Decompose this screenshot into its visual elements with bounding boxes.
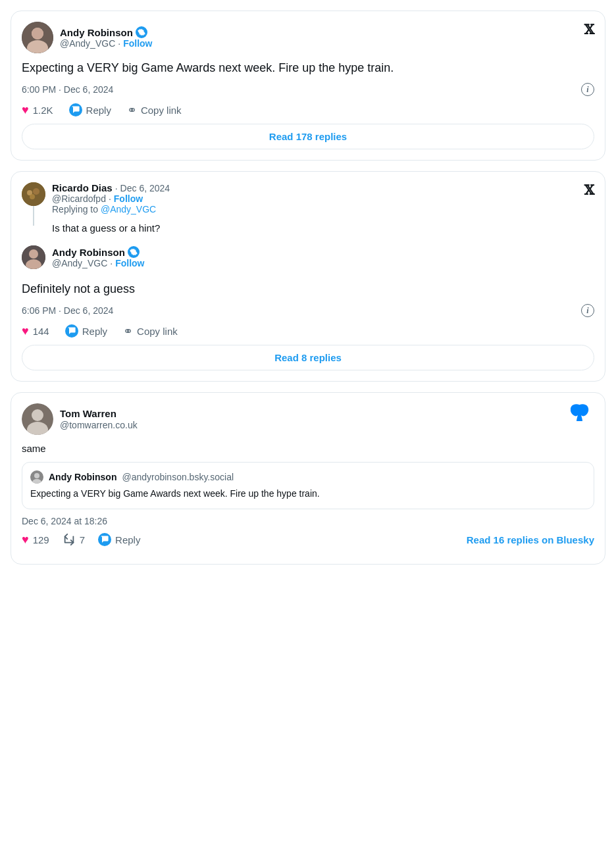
card-2-reply-label: Reply [82,326,107,337]
ricardo-name-row: Ricardo Dias · Dec 6, 2024 [52,182,584,193]
retweet-svg [63,534,76,545]
tweet-card-2: Ricardo Dias · Dec 6, 2024 @Ricardofpd ·… [11,171,605,382]
quote-author-handle: @andyrobinson.bsky.social [122,472,234,482]
card-1-follow[interactable]: Follow [123,38,152,49]
card-2-andy-follow[interactable]: Follow [115,258,144,268]
card-2-andy-name-row: Andy Robinson [52,246,144,258]
card-3-name-row: Tom Warren [60,408,138,419]
card-3-tweet-text: same [22,442,594,455]
card-2-andy-header: Andy Robinson @Andy_VGC · Follow [22,245,584,269]
bluesky-left-actions: ♥ 129 7 Reply [22,533,140,547]
card-2-andy-handle-row: @Andy_VGC · Follow [52,258,144,268]
card-2-andy-handle: @Andy_VGC [52,258,107,268]
card-3-timestamp-row: Dec 6, 2024 at 18:26 [22,516,594,526]
link-icon-2: ⚭ [123,324,133,338]
card-3-retweet-btn[interactable]: 7 [63,534,85,545]
card-1-reply-label: Reply [86,105,111,116]
card-1-read-replies-btn[interactable]: Read 178 replies [22,124,594,149]
andy-avatar-2 [22,245,45,269]
link-icon-1: ⚭ [127,103,137,117]
ricardo-date: Dec 6, 2024 [120,183,170,193]
quote-author-name: Andy Robinson [49,472,116,482]
card-1-name-row: Andy Robinson [60,26,152,38]
card-2-tweet-text: Definitely not a guess [22,281,594,297]
ricardo-follow[interactable]: Follow [114,193,143,204]
reply-bubble-3 [98,533,111,546]
ricardo-reply-text: Is that a guess or a hint? [52,221,584,235]
card-1-like-btn[interactable]: ♥ 1.2K [22,103,53,117]
svg-point-7 [30,194,35,199]
card-3-user-info: Tom Warren @tomwarren.co.uk [22,403,138,435]
x-logo-1: 𝕏 [584,22,594,38]
verified-badge-1 [136,26,147,38]
card-3-display-name: Tom Warren [60,408,116,419]
andy-avatar-1 [22,22,53,53]
card-2-andy-name-block: Andy Robinson @Andy_VGC · Follow [52,246,144,268]
card-1-timestamp-row: 6:00 PM · Dec 6, 2024 i [22,83,594,96]
card-2-thread-content: Ricardo Dias · Dec 6, 2024 @Ricardofpd ·… [22,182,584,274]
card-1-header: Andy Robinson @Andy_VGC · Follow 𝕏 [22,22,594,53]
ricardo-header: Ricardo Dias · Dec 6, 2024 @Ricardofpd ·… [22,182,584,241]
heart-icon-2: ♥ [22,324,29,338]
reply-bubble-1 [69,103,82,116]
card-2-copy-link-btn[interactable]: ⚭ Copy link [123,324,178,338]
card-1-handle-row: @Andy_VGC · Follow [60,38,152,49]
heart-icon-1: ♥ [22,103,29,117]
replying-to-text: Replying to @Andy_VGC [52,204,584,214]
ricardo-name: Ricardo Dias [52,182,113,193]
card-2-reply-btn[interactable]: Reply [65,324,107,338]
quote-header: Andy Robinson @andyrobinson.bsky.social [30,470,586,484]
card-2-copy-link-label: Copy link [137,326,178,337]
card-1-tweet-text: Expecting a VERY big Game Awards next we… [22,60,594,76]
ricardo-dot: · [115,183,118,193]
x-logo-2: 𝕏 [584,182,594,198]
card-3-retweets: 7 [80,534,85,545]
tom-avatar [22,403,53,435]
read-bluesky-btn[interactable]: Read 16 replies on Bluesky [467,534,594,545]
svg-point-4 [22,182,45,206]
card-1-copy-link-label: Copy link [141,105,182,116]
svg-point-10 [29,249,38,259]
bluesky-logo [571,403,594,428]
replying-to-handle: @Andy_VGC [101,204,156,214]
thread-line [33,206,34,226]
card-1-user-info: Andy Robinson @Andy_VGC · Follow [22,22,152,53]
card-3-name-block: Tom Warren @tomwarren.co.uk [60,408,138,431]
card-2-read-replies-btn[interactable]: Read 8 replies [22,345,594,370]
card-3-handle: @tomwarren.co.uk [60,420,138,430]
card-2-like-btn[interactable]: ♥ 144 [22,324,49,338]
svg-point-16 [34,473,39,478]
card-2-timestamp-row: 6:06 PM · Dec 6, 2024 i [22,304,594,317]
tweet-card-3: Tom Warren @tomwarren.co.uk same Andy Ro… [11,392,605,565]
svg-point-6 [33,188,39,195]
card-1-dot: · [118,38,120,49]
card-1-copy-link-btn[interactable]: ⚭ Copy link [127,103,182,117]
card-1-actions: ♥ 1.2K Reply ⚭ Copy link [22,103,594,117]
card-1-likes: 1.2K [33,105,53,116]
card-3-reply-btn[interactable]: Reply [98,533,140,546]
card-1-reply-btn[interactable]: Reply [69,103,111,116]
quote-avatar [30,470,43,484]
ricardo-avatar [22,182,45,206]
card-1-timestamp: 6:00 PM · Dec 6, 2024 [22,84,113,95]
ricardo-handle-row: @Ricardofpd · Follow [52,193,584,204]
info-icon-1[interactable]: i [581,83,594,96]
card-3-header: Tom Warren @tomwarren.co.uk [22,403,594,435]
info-icon-2[interactable]: i [581,304,594,317]
heart-icon-3: ♥ [22,533,29,547]
card-3-timestamp: Dec 6, 2024 at 18:26 [22,516,107,526]
ricardo-info: Ricardo Dias · Dec 6, 2024 @Ricardofpd ·… [52,182,584,241]
thread-line-left [22,182,45,226]
card-1-handle: @Andy_VGC [60,38,115,49]
card-3-like-btn[interactable]: ♥ 129 [22,533,49,547]
card-2-actions: ♥ 144 Reply ⚭ Copy link [22,324,594,338]
card-3-likes: 129 [33,534,49,545]
card-2-likes: 144 [33,326,49,337]
card-1-display-name: Andy Robinson [60,27,133,38]
ricardo-handle: @Ricardofpd [52,193,106,204]
card-1-name-block: Andy Robinson @Andy_VGC · Follow [60,26,152,49]
tweet-card-1: Andy Robinson @Andy_VGC · Follow 𝕏 Expec… [11,11,605,161]
reply-bubble-2 [65,324,78,338]
card-2-timestamp: 6:06 PM · Dec 6, 2024 [22,305,113,316]
card-2-andy-name: Andy Robinson [52,247,125,258]
